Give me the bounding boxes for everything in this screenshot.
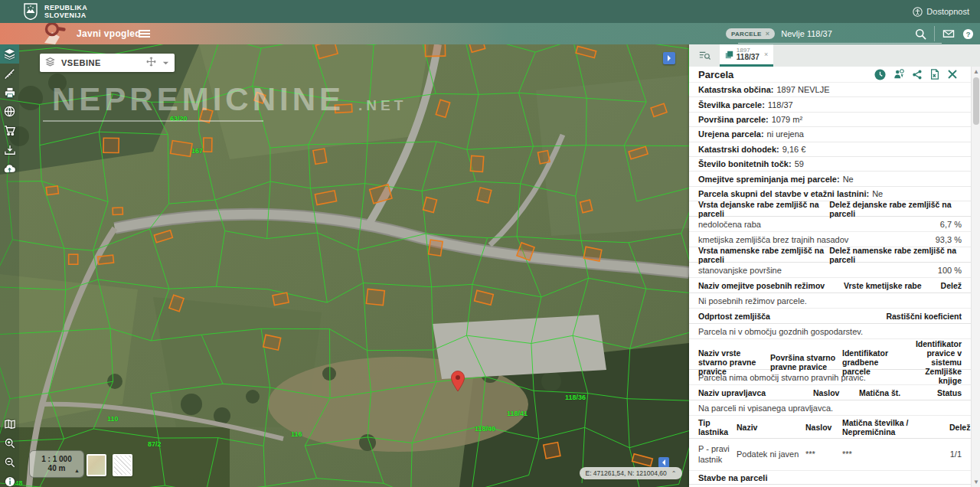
- feedback-icon[interactable]: [942, 28, 955, 40]
- tab-parcel-1897-118-37[interactable]: 1897 118/37 ×: [720, 44, 773, 67]
- sidebar-item-cart[interactable]: [0, 121, 19, 140]
- field-row: Število bonitetnih točk:59: [689, 157, 971, 172]
- table-note: Parcela ni v območju gozdnih gospodarste…: [689, 324, 971, 339]
- appbar-actions: ?: [915, 26, 974, 41]
- brand-line2: SLOVENIJA: [44, 11, 87, 19]
- measure-icon: [5, 68, 15, 79]
- coordinates-value: E: 471261,54, N: 121004,60: [585, 469, 666, 477]
- share-icon[interactable]: [912, 70, 922, 80]
- sidebar-item-info[interactable]: [0, 472, 19, 487]
- svg-text:118/36: 118/36: [565, 394, 586, 401]
- coords-chevron-icon[interactable]: ⌃: [671, 470, 677, 477]
- coat-of-arms-icon: [23, 3, 38, 20]
- table-header-lastnik: Tip lastnika Naziv Naslov Matična števil…: [689, 416, 971, 439]
- help-icon[interactable]: ?: [962, 28, 974, 40]
- coords-collapse-button[interactable]: [658, 457, 669, 468]
- search-filter-pill[interactable]: PARCELE ×: [726, 28, 775, 39]
- search-input[interactable]: [781, 29, 896, 38]
- sidebar-item-upload[interactable]: [0, 159, 19, 178]
- parking-lot: [433, 315, 606, 379]
- sidebar-item-print[interactable]: [0, 83, 19, 102]
- toolbar-spacer: [0, 178, 19, 414]
- pill-close-icon[interactable]: ×: [766, 30, 770, 38]
- table-header-namenska: Vrsta namenske rabe zemljišč na parceliD…: [689, 247, 971, 263]
- app-title: Javni vpogled: [77, 28, 141, 39]
- section-title-stavbe: Stavbe na parceli: [689, 471, 971, 485]
- parcel-details: Katastrska občina:1897 NEVLJE Številka p…: [689, 83, 971, 487]
- info-icon: [5, 476, 15, 487]
- table-header-pravice: Naziv vrste stvarno pravne pravice Površ…: [689, 339, 971, 370]
- chevron-down-icon[interactable]: [162, 56, 169, 70]
- detail-panel: 1897 118/37 × Parcela: [689, 44, 980, 487]
- accessibility-button[interactable]: Dostopnost: [913, 7, 969, 17]
- export-document-icon[interactable]: [929, 69, 940, 80]
- globe-icon: [4, 106, 15, 117]
- scale-control[interactable]: 1 : 1 000 40 m ▲: [29, 450, 84, 478]
- field-row: Površina parcele:1079 m²: [689, 113, 971, 127]
- sidebar-item-zoom-out[interactable]: [0, 453, 19, 472]
- contents-label: VSEBINE: [61, 58, 140, 67]
- panel-toolbar: [874, 69, 957, 80]
- app-window: 114811011687/2118/40118/41118/3663/20167…: [0, 0, 980, 487]
- print-icon: [5, 87, 15, 98]
- field-row: Katastrska občina:1897 NEVLJE: [689, 83, 971, 97]
- field-row: Urejena parcela:ni urejena: [689, 127, 971, 142]
- search-filter-label: PARCELE: [731, 31, 762, 38]
- map-contents-panel-header[interactable]: VSEBINE: [40, 54, 175, 72]
- search-icon[interactable]: [915, 28, 926, 40]
- table-note: Ni posebnih režimov parcele.: [689, 293, 971, 309]
- table-header-dejanska: Vrsta dejanske rabe zemljišč na parceliD…: [689, 201, 971, 217]
- owner-locate-icon[interactable]: [893, 69, 904, 80]
- parcel-tab-icon: [725, 51, 733, 59]
- scrollbar-thumb[interactable]: [973, 77, 979, 125]
- download-tray-icon: [5, 145, 15, 155]
- table-header-odprtost: Odprtost zemljiščaRastiščni koeficient: [689, 309, 971, 324]
- basemap-thumbnail-topo[interactable]: [87, 454, 106, 476]
- brand: REPUBLIKA SLOVENIJA: [23, 3, 87, 20]
- accessibility-icon: [913, 7, 923, 17]
- zoom-in-icon: [5, 438, 15, 449]
- table-header-upravljavec: Naziv upravljavca Naslov Matična št. Sta…: [689, 385, 971, 400]
- sidebar-item-layers[interactable]: [0, 44, 19, 64]
- panel-expand-button[interactable]: [663, 52, 675, 64]
- tab-strip: 1897 118/37 ×: [689, 44, 980, 67]
- field-row: Številka parcele:118/37: [689, 97, 971, 112]
- scroll-down-icon[interactable]: ▼: [972, 479, 980, 485]
- scale-distance: 40 m: [48, 464, 66, 474]
- field-row: Omejitve spreminjanja mej parcele:Ne: [689, 172, 971, 186]
- svg-text:118/41: 118/41: [507, 410, 528, 417]
- menu-icon[interactable]: [139, 28, 150, 39]
- sidebar-item-download[interactable]: [0, 140, 19, 159]
- app-logo-icon: [40, 20, 70, 49]
- tab-close-icon[interactable]: ×: [764, 51, 768, 58]
- map-toolbar: [0, 44, 19, 487]
- aerial-map: 114811011687/2118/40118/41118/3663/20167…: [0, 44, 689, 487]
- scale-ratio: 1 : 1 000: [41, 455, 71, 465]
- sidebar-item-services[interactable]: [0, 102, 19, 121]
- table-note: Na parceli ni vpisanega upravljavca.: [689, 400, 971, 416]
- basemap-thumbnail-cadastral[interactable]: [113, 454, 132, 476]
- history-icon[interactable]: [874, 69, 886, 80]
- sidebar-item-legend[interactable]: [0, 414, 19, 433]
- cloud-upload-icon: [4, 163, 15, 175]
- panel-scrollbar[interactable]: ▲ ▼: [971, 67, 980, 487]
- search-underline: [738, 43, 942, 44]
- map-canvas[interactable]: 114811011687/2118/40118/41118/3663/20167…: [0, 44, 689, 487]
- close-panel-icon[interactable]: [948, 70, 957, 79]
- sidebar-item-measure[interactable]: [0, 64, 19, 83]
- sidebar-item-zoom-in[interactable]: [0, 433, 19, 453]
- cart-icon: [4, 125, 15, 136]
- divider: [934, 26, 935, 41]
- svg-text:116: 116: [291, 430, 302, 438]
- app-header: Javni vpogled PARCELE × ?: [0, 23, 980, 44]
- search-results-tab[interactable]: [689, 44, 720, 67]
- scale-expand-icon[interactable]: ▲: [74, 468, 80, 475]
- svg-text:.NET: .NET: [358, 97, 407, 113]
- scroll-up-icon[interactable]: ▲: [972, 68, 980, 75]
- panel-title: Parcela: [698, 69, 874, 80]
- svg-text:87/2: 87/2: [148, 440, 162, 448]
- table-row: stanovanjske površine100 %: [689, 263, 971, 278]
- move-icon[interactable]: [146, 56, 156, 70]
- svg-text:NEPREMICNINE: NEPREMICNINE: [52, 81, 345, 117]
- brand-line1: REPUBLIKA: [44, 4, 87, 11]
